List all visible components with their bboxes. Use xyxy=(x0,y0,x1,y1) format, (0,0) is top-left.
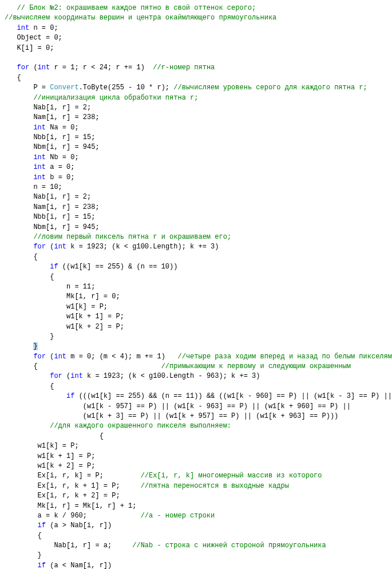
keyword-int: int xyxy=(33,124,46,132)
keyword-for: for xyxy=(33,243,46,251)
code-text: { xyxy=(5,253,38,261)
keyword-for: for xyxy=(50,372,62,380)
comment: //для каждого окрашенного пикселя выполн… xyxy=(50,422,231,430)
keyword-if: if xyxy=(38,521,46,530)
code-text: (((w1[k] == 255) && (n == 11)) && ((w1[k… xyxy=(74,392,392,400)
code-text: r = 1; r < 24; r += 1) xyxy=(50,64,153,72)
code-text: (a < Nam[i, r]) xyxy=(46,562,112,569)
code-text: K[i] = 0; xyxy=(5,44,54,52)
code-text: P = xyxy=(5,84,50,92)
type-convert: Convert xyxy=(50,84,78,92)
code-text: Nab[i, r] = 2; xyxy=(5,104,91,112)
code-text: } xyxy=(5,333,54,341)
keyword-int: int xyxy=(33,163,46,171)
code-text: Mk[i, r] = 0; xyxy=(5,293,120,301)
code-text: a = 0; xyxy=(46,163,74,171)
code-text: ( xyxy=(62,372,70,380)
code-text: Object = 0; xyxy=(5,34,62,42)
code-text: w1[k + 1] = P; xyxy=(5,452,95,460)
comment: //четыре раза ходим вперед и назад по бе… xyxy=(177,353,392,361)
selected-brace: } xyxy=(33,342,37,350)
code-text: a = k / 960; xyxy=(5,512,141,520)
code-text: k = 1923; (k < g100.Length - 963); k += … xyxy=(83,372,260,380)
keyword-int: int xyxy=(33,173,46,181)
code-text: Na = 0; xyxy=(46,124,79,132)
code-text: } xyxy=(5,551,42,559)
code-text: Ex[i, r, k + 1] = P; xyxy=(5,482,141,490)
comment: //пятна переносятся в выходные кадры xyxy=(141,482,289,490)
code-text: Nbb[i, r] = 15; xyxy=(5,133,95,141)
code-text: { xyxy=(5,362,161,370)
code-text: w1[k + 2] = P; xyxy=(5,462,95,470)
comment: //Ex[i, r, k] многомерный массив из кото… xyxy=(141,472,322,480)
code-text: Nbm[i, r] = 945; xyxy=(5,143,100,151)
code-text: Nam[i, r] = 238; xyxy=(5,113,100,121)
comment: // Блок №2: окрашиваем каждое пятно в св… xyxy=(5,4,256,12)
code-text: Ex[i, r, k] = P; xyxy=(5,472,141,480)
comment: //примыкающим к первому и следующим окра… xyxy=(161,362,351,370)
code-text: ( xyxy=(46,353,54,361)
code-text: Ex[i, r, k + 2] = P; xyxy=(5,492,120,500)
keyword-if: if xyxy=(50,263,58,271)
code-text: Nab[i, r] = 2; xyxy=(5,193,91,201)
code-text: { xyxy=(5,382,54,390)
code-text: w1[k] = P; xyxy=(5,303,108,311)
keyword-for: for xyxy=(33,353,46,361)
code-text: .ToByte(255 - 10 * r); xyxy=(79,84,174,92)
code-text: (a > Nab[i, r]) xyxy=(46,521,112,530)
comment: //ловим первый пиксель пятна r и окрашив… xyxy=(33,233,231,241)
code-text: w1[k + 1] = P; xyxy=(5,313,124,321)
keyword-int: int xyxy=(54,353,66,361)
keyword-int: int xyxy=(70,372,83,380)
code-text: Mk[i, r] = Mk[i, r] + 1; xyxy=(5,502,136,510)
code-text: ((w1[k] == 255) & (n == 10)) xyxy=(58,263,178,271)
comment: //инициализация цикла обработки пятна r; xyxy=(33,94,198,102)
code-text: { xyxy=(5,432,104,440)
code-text: (w1[k - 957] == P) || (w1[k - 963] == P)… xyxy=(5,402,351,410)
keyword-if: if xyxy=(66,392,74,400)
code-text: m = 0; (m < 4); m += 1) xyxy=(66,353,177,361)
code-text: Nbm[i, r] = 945; xyxy=(5,223,100,231)
code-text: Nb = 0; xyxy=(46,153,79,161)
keyword-int: int xyxy=(38,64,50,72)
comment: //вычисляем уровень серого для каждого п… xyxy=(173,84,367,92)
code-text: ( xyxy=(46,243,54,251)
code-text: n = 0; xyxy=(29,24,58,32)
keyword-for: for xyxy=(17,64,30,72)
code-text: w1[k + 2] = P; xyxy=(5,323,124,331)
comment: //вычисляем координаты вершин и центра о… xyxy=(5,14,276,22)
keyword-int: int xyxy=(54,243,66,251)
code-text: w1[k] = P; xyxy=(5,442,79,450)
code-text: Nam[i, r] = 238; xyxy=(5,203,100,211)
keyword-int: int xyxy=(33,153,46,161)
code-text: k = 1923; (k < g100.Length); k += 3) xyxy=(66,243,219,251)
code-text: Nab[i, r] = a; xyxy=(5,542,132,550)
code-text: { xyxy=(5,74,21,82)
code-text: b = 0; xyxy=(46,173,74,181)
code-text: n = 10; xyxy=(5,183,62,191)
keyword-int: int xyxy=(17,24,30,32)
keyword-if: if xyxy=(38,562,46,569)
code-text: ( xyxy=(29,64,37,72)
code-text: (w1[k + 3] == P) || (w1[k + 957] == P) |… xyxy=(5,412,338,420)
comment: //Nab - строка с нижней стороной прямоуг… xyxy=(132,542,326,550)
code-text: n = 11; xyxy=(5,283,95,291)
code-block: // Блок №2: окрашиваем каждое пятно в св… xyxy=(0,0,392,569)
comment: //r-номер пятна xyxy=(153,64,215,72)
code-text: { xyxy=(5,532,42,540)
code-text: { xyxy=(5,273,54,281)
code-text: Nbb[i, r] = 15; xyxy=(5,213,95,221)
comment: //a - номер строки xyxy=(141,512,215,520)
